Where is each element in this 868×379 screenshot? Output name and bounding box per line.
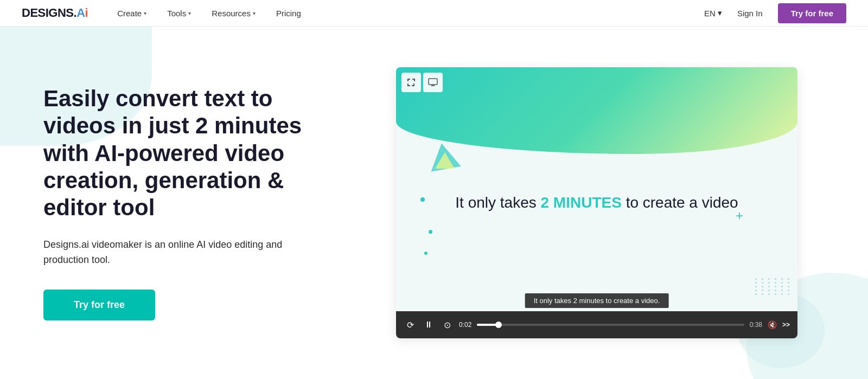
hero-left: Easily convert text to videos in just 2 … (0, 85, 347, 321)
nav-pricing[interactable]: Pricing (269, 5, 309, 21)
chevron-down-icon: ▾ (188, 10, 191, 16)
chevron-down-icon: ▾ (718, 8, 722, 18)
svg-rect-0 (429, 79, 437, 85)
progress-bar[interactable] (477, 324, 744, 326)
nav-resources[interactable]: Resources ▾ (204, 5, 263, 21)
time-total: 0:38 (750, 321, 762, 329)
hero-right: + It only takes 2 MINUTES to create a vi… (347, 67, 868, 338)
forward-icon[interactable]: ⊙ (441, 320, 454, 330)
try-free-nav-button[interactable]: Try for free (778, 3, 846, 23)
chevron-down-icon: ▾ (144, 10, 146, 16)
video-highlight: 2 MINUTES (541, 194, 622, 211)
progress-thumb (495, 322, 502, 328)
logo-ai-a: A (76, 6, 85, 20)
screen-icon[interactable] (423, 73, 443, 92)
nav-right: EN ▾ Sign In Try for free (704, 3, 846, 23)
hero-section: Easily convert text to videos in just 2 … (0, 27, 868, 379)
mute-icon[interactable]: 🔇 (768, 320, 777, 329)
dot-grid-inner (755, 278, 792, 295)
logo-brand: DESIGNS. (22, 6, 76, 20)
logo-text: DESIGNS.Ai (22, 6, 88, 20)
skip-forward-icon[interactable]: >> (782, 321, 790, 329)
deco-dot-3 (424, 252, 427, 255)
navbar: DESIGNS.Ai Create ▾ Tools ▾ Resources ▾ … (0, 0, 868, 27)
sign-in-button[interactable]: Sign In (731, 5, 769, 21)
chevron-down-icon: ▾ (253, 10, 256, 16)
deco-dot-2 (429, 230, 432, 234)
pause-icon[interactable]: ⏸ (422, 320, 435, 330)
deco-dot-1 (420, 197, 425, 202)
video-player: + It only takes 2 MINUTES to create a vi… (396, 67, 797, 338)
hero-title: Easily convert text to videos in just 2 … (43, 85, 315, 222)
video-toolbar (401, 73, 443, 92)
nav-links: Create ▾ Tools ▾ Resources ▾ Pricing (110, 5, 704, 21)
video-subtitle: It only takes 2 minutes to create a vide… (525, 293, 669, 308)
nav-create[interactable]: Create ▾ (110, 5, 154, 21)
video-controls: ⟳ ⏸ ⊙ 0:02 0:38 🔇 >> (396, 311, 797, 338)
try-free-hero-button[interactable]: Try for free (43, 290, 155, 320)
dot-grid-decoration (755, 278, 792, 295)
logo[interactable]: DESIGNS.Ai (22, 6, 88, 20)
language-selector[interactable]: EN ▾ (704, 8, 722, 18)
nav-tools[interactable]: Tools ▾ (159, 5, 199, 21)
rewind-icon[interactable]: ⟳ (404, 320, 417, 330)
resize-icon[interactable] (401, 73, 421, 92)
video-main-text: It only takes 2 MINUTES to create a vide… (436, 191, 757, 214)
video-main-content: It only takes 2 MINUTES to create a vide… (436, 191, 757, 214)
logo-ai-i: i (85, 6, 88, 20)
deco-triangle-inner (435, 152, 455, 169)
time-current: 0:02 (459, 321, 471, 329)
hero-description: Designs.ai videomaker is an online AI vi… (43, 237, 315, 268)
